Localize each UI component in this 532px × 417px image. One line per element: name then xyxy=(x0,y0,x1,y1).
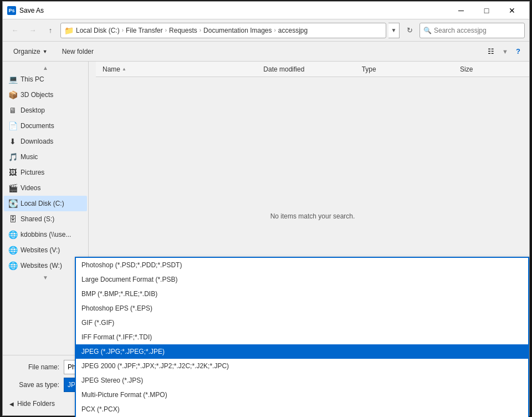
search-input[interactable] xyxy=(434,27,521,34)
search-icon: 🔍 xyxy=(423,27,432,34)
empty-message: No items match your search. xyxy=(270,212,355,220)
downloads-icon: ⬇ xyxy=(8,137,17,146)
address-bar: ← → ↑ 📁 Local Disk (C:) › File Transfer … xyxy=(3,19,529,42)
documents-icon: 📄 xyxy=(8,121,17,130)
path-part-4: Documentation Images xyxy=(203,27,272,34)
hide-folders-button[interactable]: ◀ Hide Folders xyxy=(9,400,55,408)
column-type-header[interactable]: Type xyxy=(360,62,458,77)
shared-icon: 🗄 xyxy=(8,215,17,223)
dropdown-item-bmp[interactable]: BMP (*.BMP;*.RLE;*.DIB) xyxy=(76,287,528,301)
sidebar-item-desktop[interactable]: 🖥 Desktop xyxy=(4,103,87,118)
desktop-icon: 🖥 xyxy=(8,106,17,115)
local-disk-icon: 💽 xyxy=(8,199,17,208)
save-as-dialog: Ps Save As ─ □ ✕ ← → ↑ 📁 Local Disk (C:)… xyxy=(2,1,530,416)
dropdown-item-psb[interactable]: Large Document Format (*.PSB) xyxy=(76,272,528,287)
sidebar-item-3d-objects[interactable]: 📦 3D Objects xyxy=(4,87,87,103)
3d-objects-icon: 📦 xyxy=(8,90,17,99)
sidebar-item-music[interactable]: 🎵 Music xyxy=(4,149,87,165)
maximize-button[interactable]: □ xyxy=(474,2,499,19)
sidebar-item-kdobbins[interactable]: 🌐 kdobbins (\\use... xyxy=(4,227,87,242)
websites-v-icon: 🌐 xyxy=(8,246,17,255)
scroll-up-indicator[interactable]: ▲ xyxy=(3,64,88,72)
address-path[interactable]: 📁 Local Disk (C:) › File Transfer › Requ… xyxy=(60,23,386,38)
column-headers: Name ▲ Date modified Type Size xyxy=(96,62,529,77)
kdobbins-icon: 🌐 xyxy=(8,230,17,239)
videos-icon: 🎬 xyxy=(8,184,17,192)
sidebar-item-pictures[interactable]: 🖼 Pictures xyxy=(4,165,87,180)
search-box[interactable]: 🔍 xyxy=(420,23,525,38)
organize-chevron: ▼ xyxy=(43,49,48,54)
minimize-button[interactable]: ─ xyxy=(448,2,474,19)
sidebar-item-local-disk[interactable]: 💽 Local Disk (C:) xyxy=(4,196,87,211)
app-icon: Ps xyxy=(7,6,16,15)
sidebar-item-downloads[interactable]: ⬇ Downloads xyxy=(4,134,87,149)
path-part-5: accessjpg xyxy=(278,27,308,34)
name-sort-icon: ▲ xyxy=(122,67,126,72)
pictures-icon: 🖼 xyxy=(8,168,17,177)
sidebar-item-videos[interactable]: 🎬 Videos xyxy=(4,180,87,196)
hide-folders-icon: ◀ xyxy=(9,401,14,407)
column-name-header[interactable]: Name ▲ xyxy=(100,62,261,77)
dropdown-item-mpo[interactable]: Multi-Picture Format (*.MPO) xyxy=(76,388,528,402)
websites-w-icon: 🌐 xyxy=(8,261,17,270)
file-name-label: File name: xyxy=(9,363,59,371)
toolbar: Organize ▼ New folder ☷ ▼ ? xyxy=(3,42,529,62)
dropdown-item-jpeg2000[interactable]: JPEG 2000 (*.JPF;*.JPX;*.JP2;*.J2C;*.J2K… xyxy=(76,359,528,373)
dropdown-item-jpeg-stereo[interactable]: JPEG Stereo (*.JPS) xyxy=(76,373,528,388)
path-part-2: File Transfer xyxy=(126,27,163,34)
view-toggle-button[interactable]: ☷ xyxy=(483,44,499,59)
dropdown-item-eps[interactable]: Photoshop EPS (*.EPS) xyxy=(76,301,528,316)
sidebar-item-documents[interactable]: 📄 Documents xyxy=(4,118,87,134)
path-text: Local Disk (C:) xyxy=(76,27,120,34)
up-button[interactable]: ↑ xyxy=(43,23,58,38)
sidebar-item-this-pc[interactable]: 💻 This PC xyxy=(4,72,87,87)
window-controls: ─ □ ✕ xyxy=(448,2,525,19)
path-part-3: Requests xyxy=(169,27,197,34)
dropdown-item-photoshop[interactable]: Photoshop (*.PSD;*.PDD;*.PSDT) xyxy=(76,258,528,272)
window-title: Save As xyxy=(19,7,448,14)
dropdown-item-iff[interactable]: IFF Format (*.IFF;*.TDI) xyxy=(76,330,528,344)
back-button[interactable]: ← xyxy=(7,23,23,38)
address-dropdown-button[interactable]: ▼ xyxy=(388,23,400,38)
music-icon: 🎵 xyxy=(8,152,17,161)
new-folder-button[interactable]: New folder xyxy=(56,44,100,59)
sidebar-item-websites-v[interactable]: 🌐 Websites (V:) xyxy=(4,242,87,258)
forward-button[interactable]: → xyxy=(25,23,40,38)
path-folder-icon: 📁 xyxy=(64,26,74,35)
dropdown-item-jpeg[interactable]: JPEG (*.JPG;*.JPEG;*.JPE) xyxy=(76,344,528,359)
refresh-button[interactable]: ↻ xyxy=(402,23,417,38)
column-size-header[interactable]: Size xyxy=(458,62,525,77)
column-date-header[interactable]: Date modified xyxy=(261,62,359,77)
help-button[interactable]: ? xyxy=(511,45,525,58)
dropdown-item-gif[interactable]: GIF (*.GIF) xyxy=(76,316,528,330)
dropdown-item-pcx[interactable]: PCX (*.PCX) xyxy=(76,402,528,416)
title-bar: Ps Save As ─ □ ✕ xyxy=(3,2,529,19)
this-pc-icon: 💻 xyxy=(8,75,17,84)
save-as-type-dropdown-overlay: Photoshop (*.PSD;*.PDD;*.PSDT) Large Doc… xyxy=(75,257,529,417)
organize-button[interactable]: Organize ▼ xyxy=(7,44,54,59)
close-button[interactable]: ✕ xyxy=(499,2,525,19)
save-as-type-label: Save as type: xyxy=(9,381,59,389)
sidebar-item-shared[interactable]: 🗄 Shared (S:) xyxy=(4,211,87,227)
